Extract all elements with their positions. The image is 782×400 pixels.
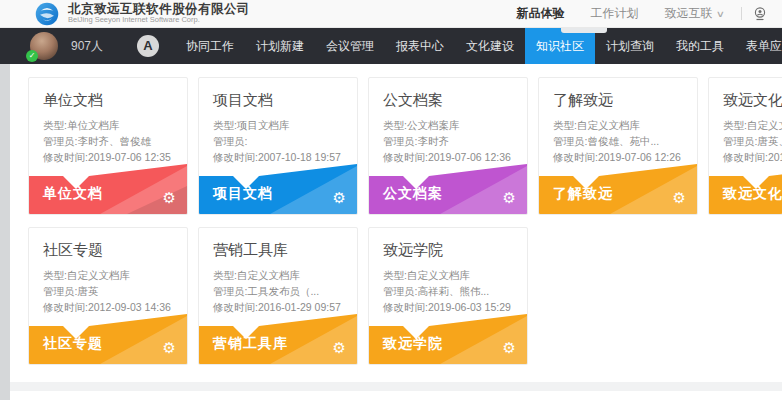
card-ribbon: 单位文档 ⚙ xyxy=(29,162,187,214)
card-admin: 管理员: xyxy=(213,133,343,149)
gear-icon[interactable]: ⚙ xyxy=(673,190,686,205)
card-type: 类型:公文档案库 xyxy=(383,117,513,133)
nav-item-my-tools[interactable]: 我的工具 xyxy=(665,28,735,64)
nav-item-knowledge-community[interactable]: 知识社区 xyxy=(525,28,595,64)
ribbon-label: 致远文化 xyxy=(723,185,782,203)
card-admin: 管理员:曾俊雄、苑中... xyxy=(553,133,683,149)
card-title: 致远学院 xyxy=(369,228,527,267)
main-navbar: ✓ 907人 A 协同工作 计划新建 会议管理 报表中心 文化建设 知识社区 计… xyxy=(0,28,782,64)
left-gutter xyxy=(0,64,10,400)
header-divider xyxy=(741,7,742,20)
header-menu-seeyon[interactable]: 致远互联∨ xyxy=(651,5,737,22)
gear-icon[interactable]: ⚙ xyxy=(503,340,516,355)
nav-item-report-center[interactable]: 报表中心 xyxy=(385,28,455,64)
gear-icon[interactable]: ⚙ xyxy=(503,190,516,205)
card-details: 类型:自定义文档库 管理员:唐英 修改时间:2012-09-03 14:36 xyxy=(29,267,187,315)
doc-card-project-docs[interactable]: 项目文档 类型:项目文档库 管理员: 修改时间:2007-10-18 19:57… xyxy=(198,77,358,215)
app-header: 北京致远互联软件股份有限公司 BeiJing Seeyon Internet S… xyxy=(0,0,782,28)
nav-items: 协同工作 计划新建 会议管理 报表中心 文化建设 知识社区 计划查询 我的工具 … xyxy=(175,28,782,64)
ribbon-label: 项目文档 xyxy=(213,185,273,203)
card-admin: 管理员:李时齐 xyxy=(383,133,513,149)
nav-item-meeting[interactable]: 会议管理 xyxy=(315,28,385,64)
card-details: 类型:项目文档库 管理员: 修改时间:2007-10-18 19:57 xyxy=(199,117,357,165)
doc-card-marketing-tools[interactable]: 营销工具库 类型:自定义文档库 管理员:工具发布员（... 修改时间:2016-… xyxy=(198,227,358,365)
card-details: 类型:自定义文档库 管理员:曾俊雄、苑中... 修改时间:2019-07-06 … xyxy=(539,117,697,165)
header-menu-new-experience[interactable]: 新品体验 xyxy=(503,5,577,22)
gear-icon[interactable]: ⚙ xyxy=(333,190,346,205)
cards-row-1: 单位文档 类型:单位文档库 管理员:李时齐、曾俊雄 修改时间:2019-07-0… xyxy=(10,77,782,215)
card-title: 营销工具库 xyxy=(199,228,357,267)
card-admin: 管理员:唐英、 xyxy=(723,133,782,149)
card-title: 了解致远 xyxy=(539,78,697,117)
card-ribbon: 公文档案 ⚙ xyxy=(369,162,527,214)
card-title: 社区专题 xyxy=(29,228,187,267)
gear-icon[interactable]: ⚙ xyxy=(333,340,346,355)
card-title: 致远文化 xyxy=(709,78,782,117)
card-details: 类型:单位文档库 管理员:李时齐、曾俊雄 修改时间:2019-07-06 12:… xyxy=(29,117,187,165)
profile-contact-icon[interactable] xyxy=(752,6,768,22)
card-type: 类型:自定义文档库 xyxy=(43,267,173,283)
doc-card-seeyon-culture[interactable]: 致远文化 类型:自定义文档库 管理员:唐英、 修改时间:201 致远文化 ⚙ xyxy=(708,77,782,215)
card-details: 类型:自定义文档库 管理员:唐英、 修改时间:201 xyxy=(709,117,782,165)
ribbon-label: 单位文档 xyxy=(43,185,103,203)
card-ribbon: 营销工具库 ⚙ xyxy=(199,312,357,364)
card-type: 类型:项目文档库 xyxy=(213,117,343,133)
card-type: 类型:自定义文档库 xyxy=(553,117,683,133)
card-title: 公文档案 xyxy=(369,78,527,117)
gear-icon[interactable]: ⚙ xyxy=(163,340,176,355)
ribbon-label: 致远学院 xyxy=(383,335,443,353)
company-name-en: BeiJing Seeyon Internet Software Corp. xyxy=(68,16,250,24)
cards-row-2: 社区专题 类型:自定义文档库 管理员:唐英 修改时间:2012-09-03 14… xyxy=(10,227,782,365)
nav-item-collaboration[interactable]: 协同工作 xyxy=(175,28,245,64)
seeyon-logo-icon xyxy=(34,1,60,27)
nav-item-form-apps[interactable]: 表单应用 xyxy=(735,28,782,64)
card-admin: 管理员:唐英 xyxy=(43,283,173,299)
card-ribbon: 了解致远 ⚙ xyxy=(539,162,697,214)
ribbon-label: 了解致远 xyxy=(553,185,613,203)
card-ribbon: 社区专题 ⚙ xyxy=(29,312,187,364)
ribbon-label: 营销工具库 xyxy=(213,335,288,353)
company-name-block: 北京致远互联软件股份有限公司 BeiJing Seeyon Internet S… xyxy=(68,3,250,24)
nav-item-plan-query[interactable]: 计划查询 xyxy=(595,28,665,64)
doc-card-seeyon-academy[interactable]: 致远学院 类型:自定义文档库 管理员:高祥莉、熊伟... 修改时间:2019-0… xyxy=(368,227,528,365)
online-check-badge-icon: ✓ xyxy=(26,50,38,62)
chevron-down-icon: ∨ xyxy=(716,9,725,19)
member-count: 907人 xyxy=(71,38,103,55)
panel-separator xyxy=(10,382,782,391)
card-admin: 管理员:李时齐、曾俊雄 xyxy=(43,133,173,149)
card-type: 类型:自定义文档库 xyxy=(213,267,343,283)
next-panel-top xyxy=(10,391,782,400)
card-admin: 管理员:工具发布员（... xyxy=(213,283,343,299)
nav-item-plan-create[interactable]: 计划新建 xyxy=(245,28,315,64)
card-title: 项目文档 xyxy=(199,78,357,117)
card-admin: 管理员:高祥莉、熊伟... xyxy=(383,283,513,299)
header-menu-seeyon-label: 致远互联 xyxy=(664,6,712,20)
card-ribbon: 致远文化 ⚙ xyxy=(709,162,782,214)
doc-card-official-archive[interactable]: 公文档案 类型:公文档案库 管理员:李时齐 修改时间:2019-07-06 12… xyxy=(368,77,528,215)
card-type: 类型:自定义文档库 xyxy=(383,267,513,283)
header-menu: 新品体验 工作计划 致远互联∨ xyxy=(503,0,782,27)
nav-item-culture[interactable]: 文化建设 xyxy=(455,28,525,64)
card-type: 类型:自定义文档库 xyxy=(723,117,782,133)
a8-circle-icon[interactable]: A xyxy=(137,35,159,57)
ribbon-label: 社区专题 xyxy=(43,335,103,353)
content-panel: 单位文档 类型:单位文档库 管理员:李时齐、曾俊雄 修改时间:2019-07-0… xyxy=(10,64,782,382)
gear-icon[interactable]: ⚙ xyxy=(163,190,176,205)
card-title: 单位文档 xyxy=(29,78,187,117)
card-details: 类型:公文档案库 管理员:李时齐 修改时间:2019-07-06 12:36 xyxy=(369,117,527,165)
card-details: 类型:自定义文档库 管理员:高祥莉、熊伟... 修改时间:2019-06-03 … xyxy=(369,267,527,315)
card-type: 类型:单位文档库 xyxy=(43,117,173,133)
header-menu-work-plan[interactable]: 工作计划 xyxy=(577,5,651,22)
doc-card-unit-docs[interactable]: 单位文档 类型:单位文档库 管理员:李时齐、曾俊雄 修改时间:2019-07-0… xyxy=(28,77,188,215)
doc-card-about-seeyon[interactable]: 了解致远 类型:自定义文档库 管理员:曾俊雄、苑中... 修改时间:2019-0… xyxy=(538,77,698,215)
header-active-menu-tail xyxy=(561,28,607,33)
card-ribbon: 致远学院 ⚙ xyxy=(369,312,527,364)
ribbon-label: 公文档案 xyxy=(383,185,443,203)
card-details: 类型:自定义文档库 管理员:工具发布员（... 修改时间:2016-01-29 … xyxy=(199,267,357,315)
doc-card-community-topics[interactable]: 社区专题 类型:自定义文档库 管理员:唐英 修改时间:2012-09-03 14… xyxy=(28,227,188,365)
card-ribbon: 项目文档 ⚙ xyxy=(199,162,357,214)
user-avatar[interactable]: ✓ xyxy=(30,32,58,60)
